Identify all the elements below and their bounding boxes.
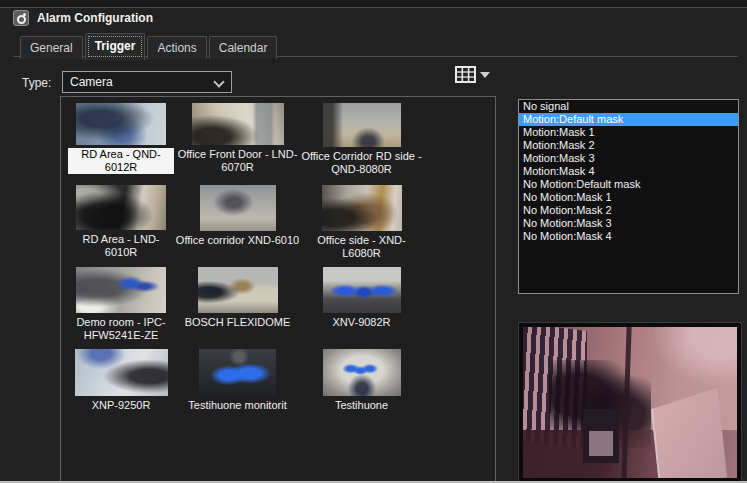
camera-label: Demo room - IPC-HFW5241E-ZE	[68, 316, 174, 342]
tab-trigger[interactable]: Trigger	[85, 33, 146, 60]
camera-label: RD Area - QND-6012R	[68, 148, 174, 174]
window-top-edge	[0, 0, 747, 8]
camera-thumbnail[interactable]	[76, 103, 166, 145]
tab-bar: GeneralTriggerActionsCalendar	[20, 33, 277, 59]
camera-label: Testihuone	[335, 399, 388, 412]
event-list-item[interactable]: No Motion:Mask 1	[519, 191, 738, 204]
window-title: Alarm Configuration	[37, 11, 153, 25]
type-select[interactable]: Camera	[62, 71, 232, 93]
chevron-down-icon	[480, 72, 490, 78]
camera-item[interactable]: Testihuone monitorit	[174, 349, 301, 431]
alarm-configuration-window: Alarm Configuration GeneralTriggerAction…	[0, 0, 747, 483]
tab-general[interactable]: General	[20, 36, 83, 59]
camera-thumbnail[interactable]	[200, 185, 276, 231]
camera-grid: RD Area - QND-6012ROffice Front Door - L…	[61, 97, 495, 431]
camera-item[interactable]: RD Area - LND-6010R	[68, 185, 174, 267]
type-select-value: Camera	[70, 75, 113, 89]
camera-item[interactable]: Testihuone	[301, 349, 422, 431]
camera-thumbnail[interactable]	[198, 267, 278, 313]
camera-item[interactable]: BOSCH FLEXIDOME	[174, 267, 301, 349]
camera-label: Office corridor XND-6010	[176, 234, 299, 247]
event-list-item[interactable]: Motion:Mask 1	[519, 126, 738, 139]
camera-label: RD Area - LND-6010R	[68, 233, 174, 259]
camera-thumbnail[interactable]	[323, 267, 401, 313]
camera-thumbnail[interactable]	[323, 349, 401, 396]
camera-label: XNP-9250R	[92, 399, 151, 412]
camera-item[interactable]: RD Area - QND-6012R	[68, 103, 174, 185]
chevron-down-icon	[213, 76, 224, 87]
camera-thumbnail[interactable]	[75, 349, 168, 396]
event-list-item[interactable]: Motion:Mask 4	[519, 165, 738, 178]
camera-thumbnail[interactable]	[76, 267, 166, 313]
event-list-item[interactable]: No Motion:Mask 2	[519, 204, 738, 217]
event-list-item[interactable]: No Motion:Default mask	[519, 178, 738, 191]
event-list-item[interactable]: Motion:Default mask	[519, 113, 738, 126]
camera-label: BOSCH FLEXIDOME	[185, 316, 291, 329]
camera-thumbnail[interactable]	[322, 185, 402, 231]
camera-label: Testihuone monitorit	[188, 399, 286, 412]
camera-item[interactable]: Office corridor XND-6010	[174, 185, 301, 267]
gear-icon	[13, 10, 29, 26]
camera-thumbnail[interactable]	[76, 185, 166, 230]
title-bar: Alarm Configuration	[13, 10, 153, 26]
camera-thumbnail[interactable]	[199, 349, 276, 396]
event-list-item[interactable]: Motion:Mask 2	[519, 139, 738, 152]
camera-thumbnail[interactable]	[323, 103, 401, 147]
camera-thumbnail[interactable]	[192, 103, 284, 145]
event-type-list[interactable]: No signalMotion:Default maskMotion:Mask …	[518, 99, 739, 294]
camera-item[interactable]: Demo room - IPC-HFW5241E-ZE	[68, 267, 174, 349]
preview-whiteboard	[651, 388, 727, 478]
camera-item[interactable]: XNV-9082R	[301, 267, 422, 349]
tab-calendar[interactable]: Calendar	[209, 36, 278, 59]
grid-layout-icon	[455, 66, 476, 83]
preview-ceiling-glow	[651, 327, 737, 387]
camera-grid-panel: RD Area - QND-6012ROffice Front Door - L…	[60, 96, 496, 483]
camera-label: Office side - XND-L6080R	[301, 234, 422, 260]
event-list-item[interactable]: Motion:Mask 3	[519, 152, 738, 165]
event-list-item[interactable]: No signal	[519, 100, 738, 113]
camera-preview	[518, 322, 742, 483]
camera-label: Office Front Door - LND-6070R	[175, 148, 301, 174]
layout-grid-button[interactable]	[455, 66, 490, 83]
event-list-item[interactable]: No Motion:Mask 3	[519, 217, 738, 230]
camera-preview-image	[523, 327, 737, 478]
camera-item[interactable]: Office Corridor RD side - QND-8080R	[301, 103, 422, 185]
camera-item[interactable]: Office Front Door - LND-6070R	[174, 103, 301, 185]
camera-label: Office Corridor RD side - QND-8080R	[301, 150, 422, 176]
event-list-item[interactable]: No Motion:Mask 4	[519, 230, 738, 243]
camera-item[interactable]: Office side - XND-L6080R	[301, 185, 422, 267]
tab-actions[interactable]: Actions	[147, 36, 206, 59]
preview-monitor	[583, 409, 619, 463]
type-label: Type:	[22, 76, 51, 90]
camera-item[interactable]: XNP-9250R	[68, 349, 174, 431]
camera-label: XNV-9082R	[332, 316, 390, 329]
